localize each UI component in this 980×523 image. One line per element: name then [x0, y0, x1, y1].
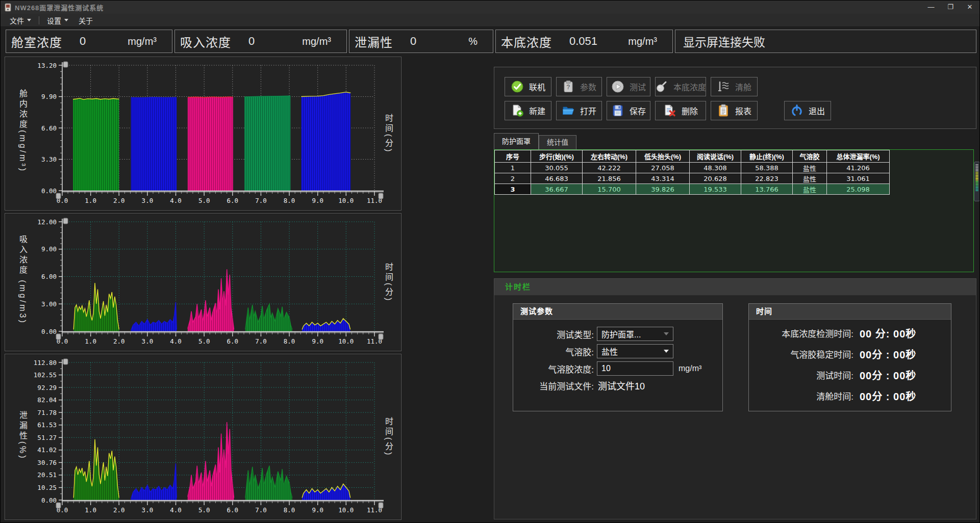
- aerosol-select[interactable]: 盐性: [597, 344, 673, 358]
- metric-value: 0: [80, 35, 86, 48]
- chart3-y-axis-label: 泄漏性(%): [16, 411, 29, 460]
- table-cell: 48.308: [690, 163, 741, 173]
- chamber-concentration-chart: 0.003.306.609.9013.200.01.02.03.04.05.06…: [5, 57, 401, 210]
- test-parameters-title: 测试参数: [513, 304, 722, 320]
- menu-settings-label: 设置: [47, 15, 61, 25]
- purge-chamber-button[interactable]: 清舱: [711, 77, 758, 96]
- table-cell: 20.628: [690, 173, 741, 184]
- floppy-save-icon: [611, 104, 624, 117]
- maximize-button[interactable]: ❐: [941, 1, 960, 14]
- inhaled-concentration-chart: 0.003.006.009.0012.000.01.02.03.04.05.06…: [5, 214, 401, 351]
- table-cell: 39.826: [636, 184, 690, 195]
- inhaled-concentration-chart-panel: 0.003.006.009.0012.000.01.02.03.04.05.06…: [5, 213, 401, 351]
- scrollbar-stripe: [975, 184, 978, 185]
- svg-text:1.0: 1.0: [85, 197, 96, 204]
- test-button[interactable]: 测试: [607, 77, 650, 96]
- open-button[interactable]: 打开: [556, 101, 602, 120]
- axis-range-handle[interactable]: [379, 503, 383, 508]
- background-detect-time-value: 00 分: 00秒: [860, 326, 916, 341]
- menu-about[interactable]: 关于: [73, 14, 98, 27]
- toolbar-button-label: 新建: [529, 104, 545, 117]
- minimize-button[interactable]: —: [921, 1, 941, 14]
- aerosol-concentration-input[interactable]: [597, 361, 673, 376]
- table-cell: 27.058: [636, 163, 690, 173]
- background-concentration-box: 本底浓度 0.051 mg/m³: [495, 30, 673, 53]
- connect-button[interactable]: 联机: [505, 77, 551, 96]
- toolbar-button-label: 联机: [529, 81, 545, 93]
- status-message: 显示屏连接失败: [683, 33, 765, 50]
- chamber-concentration-chart-panel: 0.003.306.609.9013.200.01.02.03.04.05.06…: [5, 57, 401, 211]
- table-cell: 42.222: [583, 163, 636, 173]
- svg-text:51.27: 51.27: [37, 434, 57, 441]
- table-cell: 盐性: [793, 173, 827, 184]
- save-button[interactable]: 保存: [607, 101, 650, 120]
- table-scrollbar[interactable]: [974, 162, 980, 201]
- current-test-file-label: 当前测试文件:: [513, 379, 594, 392]
- menu-settings[interactable]: 设置: [42, 14, 73, 27]
- chevron-down-icon: [664, 332, 669, 335]
- delete-button[interactable]: 删除: [655, 101, 706, 120]
- test-time-label: 测试时间:: [749, 369, 853, 381]
- close-button[interactable]: ✕: [960, 1, 979, 14]
- time-panel: 时间 本底浓度检测时间: 00 分: 00秒 气溶胶稳定时间: 00分 : 00…: [748, 303, 951, 411]
- axis-range-handle[interactable]: [63, 218, 68, 224]
- time-panel-title: 时间: [749, 304, 951, 320]
- table-cell: 盐性: [793, 184, 827, 195]
- exit-button[interactable]: 退出: [784, 101, 831, 120]
- axis-range-handle[interactable]: [379, 193, 383, 199]
- scrollbar-stripe: [975, 175, 978, 176]
- menu-about-label: 关于: [79, 15, 93, 25]
- status-message-box: 显示屏连接失败: [675, 30, 976, 53]
- parameters-button[interactable]: ?参数: [556, 77, 602, 96]
- toolbar-button-label: 报表: [735, 104, 751, 117]
- column-header: 静止(终)(%): [741, 150, 793, 163]
- table-row[interactable]: 336.66715.70039.82619.53313.766盐性25.098: [495, 184, 890, 195]
- svg-text:4.0: 4.0: [170, 506, 182, 514]
- column-header: 总体泄漏率(%): [827, 150, 890, 163]
- axis-range-handle[interactable]: [379, 334, 383, 339]
- column-header: 序号: [495, 150, 531, 163]
- scrollbar-stripe: [975, 176, 978, 177]
- svg-text:92.29: 92.29: [37, 384, 57, 391]
- svg-text:9.0: 9.0: [312, 197, 323, 204]
- table-cell: 22.823: [741, 173, 793, 184]
- axis-range-handle[interactable]: [56, 193, 61, 199]
- menu-bar: 文件 设置 关于: [1, 14, 979, 27]
- svg-text:5.0: 5.0: [198, 197, 210, 204]
- svg-text:5.0: 5.0: [198, 506, 210, 514]
- svg-text:112.80: 112.80: [34, 359, 57, 367]
- metric-unit: mg/m³: [128, 36, 157, 47]
- scrollbar-stripe: [975, 181, 978, 182]
- document-delete-icon: [663, 104, 676, 117]
- flask-icon: [655, 80, 668, 93]
- axis-range-handle[interactable]: [56, 503, 61, 508]
- table-row[interactable]: 246.68321.85643.31420.62822.823盐性31.061: [495, 173, 890, 184]
- table-cell: 58.388: [741, 163, 793, 173]
- background-concentration-button[interactable]: 本底浓度: [655, 77, 706, 96]
- report-button[interactable]: 报表: [711, 101, 758, 120]
- svg-text:3.30: 3.30: [41, 155, 57, 163]
- tab-strip: 防护面罩 统计值: [494, 133, 576, 149]
- axis-range-handle[interactable]: [56, 334, 61, 339]
- toolbar-button-label: 保存: [630, 104, 646, 117]
- chart1-y-axis-label: 舱内浓度(mg/m³): [16, 89, 29, 173]
- tab-protective-mask[interactable]: 防护面罩: [494, 133, 539, 149]
- svg-text:4.0: 4.0: [170, 197, 182, 204]
- test-type-select[interactable]: 防护面罩...: [597, 327, 673, 341]
- table-row[interactable]: 130.05542.22227.05848.30858.388盐性41.206: [495, 163, 890, 173]
- new-button[interactable]: 新建: [505, 101, 551, 120]
- svg-text:2.0: 2.0: [113, 506, 125, 514]
- menu-file[interactable]: 文件: [5, 14, 36, 27]
- axis-range-handle[interactable]: [63, 62, 68, 67]
- current-test-file-value: 测试文件10: [598, 379, 645, 392]
- svg-text:6.0: 6.0: [227, 337, 239, 345]
- results-table: 序号步行(始)(%)左右转动(%)低头抬头(%)阅读说话(%)静止(终)(%)气…: [494, 150, 890, 195]
- tab-statistics[interactable]: 统计值: [539, 135, 576, 149]
- svg-text:12.00: 12.00: [37, 218, 57, 226]
- table-cell: 盐性: [793, 163, 827, 173]
- purge-fan-icon: [717, 80, 730, 93]
- toolbar-button-label: 本底浓度: [673, 81, 706, 93]
- scrollbar-stripe: [975, 179, 978, 180]
- svg-text:6.60: 6.60: [41, 124, 57, 132]
- axis-range-handle[interactable]: [63, 359, 68, 364]
